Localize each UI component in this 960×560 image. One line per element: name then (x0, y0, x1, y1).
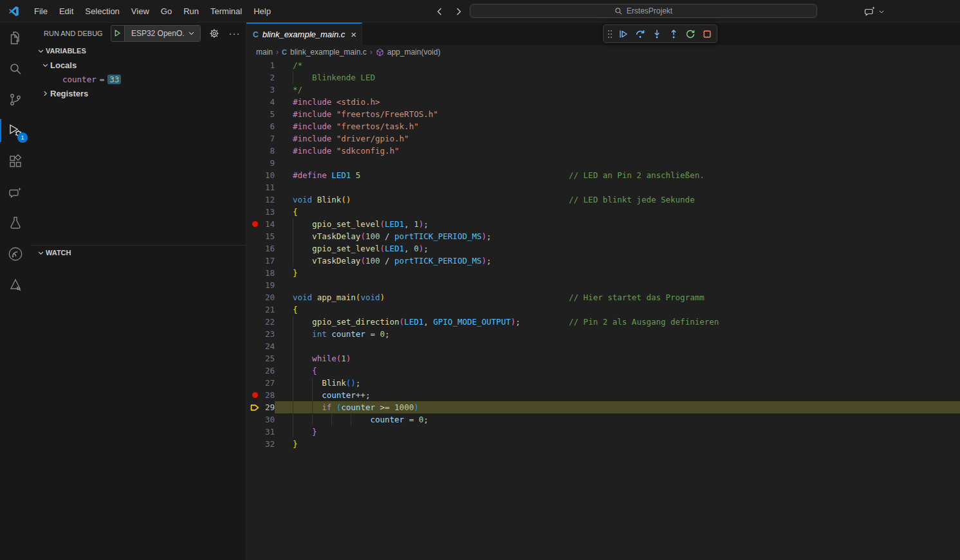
menu-go[interactable]: Go (155, 0, 178, 23)
breadcrumb-folder[interactable]: main (256, 48, 273, 57)
code-text[interactable]: int counter = 0; (275, 328, 960, 340)
code-line-13[interactable]: 13{ (246, 206, 960, 218)
glyph-margin[interactable] (246, 340, 263, 352)
breakpoint-icon[interactable] (246, 218, 263, 230)
glyph-margin[interactable] (246, 413, 263, 426)
variables-section-header[interactable]: VARIABLES (31, 44, 246, 58)
variable-counter-row[interactable]: counter = 33 (31, 72, 246, 86)
more-actions-button[interactable]: ··· (228, 27, 241, 40)
start-debug-button[interactable] (111, 26, 124, 41)
code-text[interactable]: { (275, 365, 960, 377)
code-text[interactable]: { (275, 303, 960, 316)
menu-edit[interactable]: Edit (53, 0, 79, 23)
code-text[interactable]: #include "sdkconfig.h" (275, 145, 960, 157)
code-text[interactable]: */ (275, 84, 960, 96)
code-line-12[interactable]: 12void Blink() // LED blinkt jede Sekund… (246, 194, 960, 206)
glyph-margin[interactable] (246, 328, 263, 340)
extensions-icon[interactable] (0, 146, 31, 177)
glyph-margin[interactable] (246, 181, 263, 194)
espressif-icon[interactable] (0, 239, 31, 269)
menu-help[interactable]: Help (248, 0, 277, 23)
code-line-9[interactable]: 9 (246, 157, 960, 169)
code-text[interactable]: gpio_set_level(LED1, 0); (275, 242, 960, 255)
glyph-margin[interactable] (246, 438, 263, 450)
code-text[interactable]: } (275, 267, 960, 279)
code-text[interactable]: #include "driver/gpio.h" (275, 132, 960, 145)
code-text[interactable]: #include "freertos/FreeRTOS.h" (275, 108, 960, 120)
glyph-margin[interactable] (246, 279, 263, 291)
code-line-1[interactable]: 1/* (246, 59, 960, 71)
chat-icon[interactable] (0, 177, 31, 208)
code-line-8[interactable]: 8#include "sdkconfig.h" (246, 145, 960, 157)
code-text[interactable]: vTaskDelay(100 / portTICK_PERIOD_MS); (275, 255, 960, 267)
glyph-margin[interactable] (246, 84, 263, 96)
code-line-17[interactable]: 17 vTaskDelay(100 / portTICK_PERIOD_MS); (246, 255, 960, 267)
search-sidebar-icon[interactable] (0, 53, 31, 84)
code-line-4[interactable]: 4#include <stdio.h> (246, 96, 960, 108)
glyph-margin[interactable] (246, 194, 263, 206)
search-command-center[interactable]: ErstesProjekt (470, 4, 817, 18)
drag-grip-icon[interactable] (605, 26, 614, 41)
glyph-margin[interactable] (246, 120, 263, 132)
step-into-button[interactable] (649, 26, 665, 41)
code-line-6[interactable]: 6#include "freertos/task.h" (246, 120, 960, 132)
glyph-margin[interactable] (246, 377, 263, 389)
menu-run[interactable]: Run (178, 0, 205, 23)
code-line-25[interactable]: 25 while(1) (246, 352, 960, 365)
glyph-margin[interactable] (246, 145, 263, 157)
code-line-22[interactable]: 22 gpio_set_direction(LED1, GPIO_MODE_OU… (246, 316, 960, 328)
code-text[interactable]: { (275, 206, 960, 218)
code-text[interactable]: } (275, 426, 960, 438)
code-line-5[interactable]: 5#include "freertos/FreeRTOS.h" (246, 108, 960, 120)
code-line-11[interactable]: 11 (246, 181, 960, 194)
back-arrow-icon[interactable] (432, 5, 447, 19)
code-line-31[interactable]: 31 } (246, 426, 960, 438)
stop-button[interactable] (699, 26, 715, 41)
restart-button[interactable] (682, 26, 698, 41)
menu-selection[interactable]: Selection (79, 0, 125, 23)
glyph-margin[interactable] (246, 71, 263, 84)
code-text[interactable] (275, 340, 960, 352)
code-text[interactable]: #include <stdio.h> (275, 96, 960, 108)
code-line-23[interactable]: 23 int counter = 0; (246, 328, 960, 340)
code-line-15[interactable]: 15 vTaskDelay(100 / portTICK_PERIOD_MS); (246, 230, 960, 242)
glyph-margin[interactable] (246, 108, 263, 120)
code-line-26[interactable]: 26 { (246, 365, 960, 377)
code-text[interactable]: #include "freertos/task.h" (275, 120, 960, 132)
code-text[interactable]: #define LED1 5 // LED an Pin 2 anschließ… (275, 169, 960, 181)
breakpoint-icon[interactable] (246, 389, 263, 401)
code-line-10[interactable]: 10#define LED1 5 // LED an Pin 2 anschli… (246, 169, 960, 181)
step-over-button[interactable] (632, 26, 648, 41)
breadcrumb-symbol[interactable]: app_main(void) (387, 48, 441, 57)
code-line-2[interactable]: 2 Blinkende LED (246, 71, 960, 84)
menu-view[interactable]: View (125, 0, 155, 23)
code-line-28[interactable]: 28 counter++; (246, 389, 960, 401)
glyph-margin[interactable] (246, 316, 263, 328)
glyph-margin[interactable] (246, 267, 263, 279)
glyph-margin[interactable] (246, 365, 263, 377)
watch-section-header[interactable]: WATCH (31, 246, 246, 260)
code-text[interactable]: counter = 0; (275, 413, 960, 426)
code-text[interactable]: void app_main(void) // Hier startet das … (275, 291, 960, 303)
code-line-29[interactable]: 29 if (counter >= 1000) (246, 401, 960, 413)
code-text[interactable] (275, 279, 960, 291)
code-line-19[interactable]: 19 (246, 279, 960, 291)
code-text[interactable]: void Blink() // LED blinkt jede Sekunde (275, 194, 960, 206)
close-icon[interactable]: × (351, 30, 356, 39)
glyph-margin[interactable] (246, 426, 263, 438)
code-line-16[interactable]: 16 gpio_set_level(LED1, 0); (246, 242, 960, 255)
glyph-margin[interactable] (246, 352, 263, 365)
menu-terminal[interactable]: Terminal (205, 0, 248, 23)
code-text[interactable]: vTaskDelay(100 / portTICK_PERIOD_MS); (275, 230, 960, 242)
glyph-margin[interactable] (246, 157, 263, 169)
code-line-24[interactable]: 24 (246, 340, 960, 352)
menu-file[interactable]: File (28, 0, 53, 23)
code-text[interactable]: /* (275, 59, 960, 71)
code-line-32[interactable]: 32} (246, 438, 960, 450)
code-text[interactable]: gpio_set_direction(LED1, GPIO_MODE_OUTPU… (275, 316, 960, 328)
code-line-20[interactable]: 20void app_main(void) // Hier startet da… (246, 291, 960, 303)
code-line-18[interactable]: 18} (246, 267, 960, 279)
code-text[interactable]: gpio_set_level(LED1, 1); (275, 218, 960, 230)
glyph-margin[interactable] (246, 242, 263, 255)
glyph-margin[interactable] (246, 96, 263, 108)
